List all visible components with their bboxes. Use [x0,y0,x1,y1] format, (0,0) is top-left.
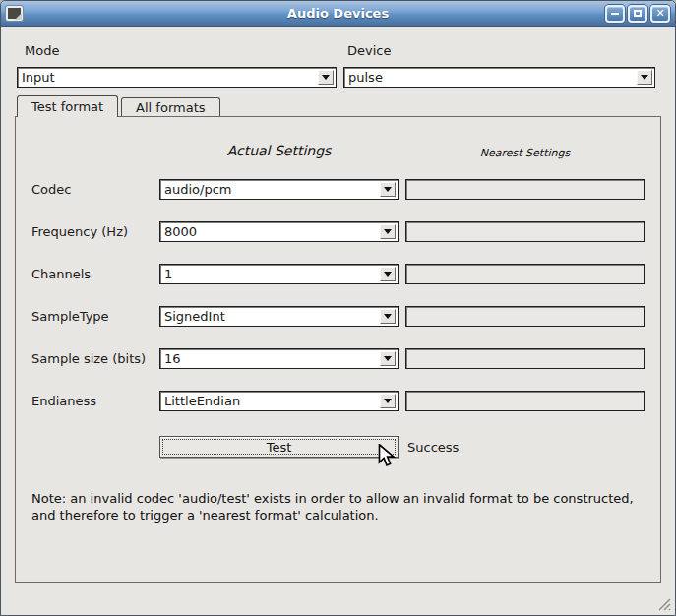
format-row: Sample size (bits) 16 [16,348,660,369]
nearest-settings-header: Nearest Settings [405,147,645,159]
tab-all-formats[interactable]: All formats [121,97,219,116]
nearest-field [405,306,645,327]
format-row: SampleType SignedInt [16,306,660,327]
row-label: Codec [31,182,159,197]
device-label: Device [347,43,391,58]
mode-value: Input [22,68,314,87]
test-status-label: Success [407,440,459,455]
device-value: pulse [348,68,633,87]
minimize-icon [611,13,619,15]
rows-container: Codec audio/pcm Frequency (Hz) 8000 Chan… [16,179,660,433]
combo-value: SignedInt [164,307,376,326]
row-label: Frequency (Hz) [31,224,159,239]
chevron-down-icon[interactable] [637,70,652,85]
chevron-down-icon[interactable] [318,70,334,85]
tab-bar: Test format All formats [17,95,223,116]
device-combobox[interactable]: pulse [343,67,655,88]
tab-test-format[interactable]: Test format [17,95,118,117]
chevron-down-icon[interactable] [380,351,396,366]
format-row: Codec audio/pcm [16,179,660,200]
maximize-button[interactable] [628,5,647,23]
triangle-glyph [384,272,392,277]
audio-devices-window: Audio Devices ✕ Mode Device Input pulse … [0,0,676,616]
chevron-down-icon[interactable] [380,182,396,197]
chevron-down-icon[interactable] [380,309,396,324]
row-label: SampleType [31,309,159,324]
nearest-field [405,348,645,369]
combo-value: 16 [164,349,376,368]
chevron-down-icon[interactable] [380,267,396,281]
triangle-glyph [384,229,392,234]
format-row: Endianess LittleEndian [16,391,660,411]
combo-value: 8000 [164,222,376,241]
window-menu-icon[interactable] [6,6,23,21]
combo-value: audio/pcm [164,180,376,199]
nearest-field [405,179,645,200]
note-text: Note: an invalid codec 'audio/test' exis… [31,490,653,524]
mode-label: Mode [25,43,59,58]
resize-grip[interactable] [657,597,671,611]
nearest-field [405,221,645,242]
combo-value: LittleEndian [164,392,376,410]
close-button[interactable]: ✕ [650,5,670,23]
row-combobox[interactable]: SignedInt [159,306,399,327]
row-label: Endianess [31,394,159,408]
triangle-glyph [384,314,392,319]
nearest-field [405,264,645,284]
test-row: Test Success [16,436,660,458]
row-combobox[interactable]: audio/pcm [159,179,399,200]
triangle-glyph [384,399,392,403]
close-icon: ✕ [655,8,664,19]
row-combobox[interactable]: 1 [159,264,399,284]
row-label: Channels [31,267,159,281]
triangle-glyph [384,187,392,192]
triangle-glyph [641,75,648,80]
maximize-icon [634,10,642,17]
row-combobox[interactable]: 16 [159,348,399,369]
row-combobox[interactable]: 8000 [159,221,399,242]
row-combobox[interactable]: LittleEndian [159,391,399,411]
titlebar-buttons: ✕ [605,5,670,23]
test-button[interactable]: Test [159,436,399,458]
mode-combobox[interactable]: Input [17,67,337,88]
row-label: Sample size (bits) [31,351,159,366]
chevron-down-icon[interactable] [380,394,396,408]
nearest-field [405,391,645,411]
test-format-pane: Actual Settings Nearest Settings Codec a… [15,116,661,583]
combo-value: 1 [164,265,376,283]
chevron-down-icon[interactable] [380,224,396,239]
triangle-glyph [322,75,330,80]
format-row: Channels 1 [16,264,660,284]
format-row: Frequency (Hz) 8000 [16,221,660,242]
titlebar[interactable]: Audio Devices ✕ [1,1,675,27]
window-title: Audio Devices [1,6,675,21]
actual-settings-header: Actual Settings [159,143,399,158]
triangle-glyph [384,356,392,361]
minimize-button[interactable] [605,5,625,23]
